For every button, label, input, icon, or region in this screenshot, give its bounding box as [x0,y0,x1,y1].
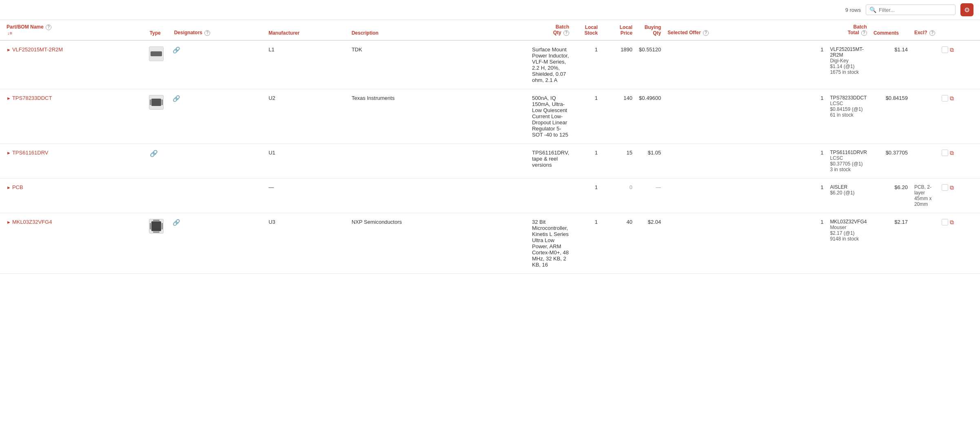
description-cell: 500nA, IQ 150mA, Ultra-Low Quiescent Cur… [529,89,572,143]
excl-checkbox[interactable] [942,150,948,156]
batch-qty-cell: 1 [572,40,601,89]
table-row: ► TPS61161DRV 🔗 U1 TPS61161DRV, tape & r… [0,143,980,178]
designator-icon-cell[interactable]: 🔗 [171,213,266,273]
type-thumbnail-cell [146,213,171,273]
comment-text: PCB, 2-layer 45mm x 20mm [914,184,932,207]
part-name-cell[interactable]: ► PCB [0,178,146,213]
offer-cell[interactable]: AISLER$6.20 (@1) [827,178,870,213]
part-name-link[interactable]: ► TPS78233DDCT [7,95,143,101]
external-link-icon[interactable]: ⧉ [950,150,954,157]
part-name-cell[interactable]: ► TPS61161DRV [0,143,146,178]
table-row: ► TPS78233DDCT 🔗 U2 Texas Instruments 50… [0,89,980,143]
batch-qty-cell: 1 [572,89,601,143]
filter-wrap: 🔍 [866,4,956,15]
external-link-icon[interactable]: ⧉ [950,184,954,191]
type-cell [146,178,171,213]
local-price-cell: $0.55120 [636,40,664,89]
part-name-link[interactable]: ► MKL03Z32VFG4 [7,219,143,225]
part-name-cell[interactable]: ► MKL03Z32VFG4 [0,213,146,273]
batch-total-cell: $0.37705 [870,143,911,178]
bom-table: Part/BOM Name ? ↓≡ Type Designators ? Ma… [0,20,980,274]
batch-total-cell: $0.84159 [870,89,911,143]
offer-price: $0.37705 (@1) [830,161,867,167]
settings-button[interactable]: ⚙ [960,3,973,16]
col-header-buying-qty: BuyingQty [636,20,664,40]
chevron-right-icon: ► [7,96,11,101]
local-stock-cell: 0 [601,178,636,213]
comments-cell [911,143,938,178]
comments-cell [911,89,938,143]
offer-vendor: LCSC [830,155,867,161]
designators-cell: U3 [265,213,348,273]
offer-cell[interactable]: TPS78233DDCTLCSC$0.84159 (@1)61 in stock [827,89,870,143]
offer-name: VLF252015MT-2R2M [830,46,867,58]
comments-cell: PCB, 2-layer 45mm x 20mm [911,178,938,213]
help-icon-part-name[interactable]: ? [46,24,51,30]
link-icon[interactable]: 🔗 [173,219,180,226]
buying-qty-cell: 1 [664,89,827,143]
part-name-link[interactable]: ► TPS61161DRV [7,150,143,156]
excl-checkbox[interactable] [942,95,948,101]
sort-icon-part-name[interactable]: ↓≡ [7,31,12,35]
part-name-link[interactable]: ► PCB [7,184,143,190]
excl-cell: ⧉ [938,40,980,89]
part-name-link[interactable]: ► VLF252015MT-2R2M [7,46,143,53]
link-icon[interactable]: 🔗 [173,95,180,102]
offer-name: AISLER [830,184,867,190]
designators-cell: U2 [265,89,348,143]
col-header-comments: Comments [870,20,911,40]
offer-cell[interactable]: MKL03Z32VFG4Mouser$2.17 (@1)9148 in stoc… [827,213,870,273]
designator-icon-cell[interactable]: 🔗 [171,40,266,89]
excl-checkbox[interactable] [942,219,948,225]
buying-qty-cell: 1 [664,40,827,89]
local-price-cell: — [636,178,664,213]
chevron-right-icon: ► [7,220,11,225]
table-row: ► MKL03Z32VFG4 🔗 U3 NXP Semiconductors 3… [0,213,980,273]
local-stock-cell: 1890 [601,40,636,89]
offer-cell[interactable]: VLF252015MT-2R2MDigi-Key$1.14 (@1)1675 i… [827,40,870,89]
excl-cell: ⧉ [938,89,980,143]
rows-count: 9 rows [845,7,861,13]
col-header-selected-offer: Selected Offer ? [664,20,827,40]
buying-qty-cell: 1 [664,178,827,213]
part-name-cell[interactable]: ► TPS78233DDCT [0,89,146,143]
excl-cell: ⧉ [938,213,980,273]
part-name-cell[interactable]: ► VLF252015MT-2R2M [0,40,146,89]
excl-cell: ⧉ [938,178,980,213]
manufacturer-cell: Texas Instruments [348,89,529,143]
external-link-icon[interactable]: ⧉ [950,219,954,226]
local-stock-cell: 15 [601,143,636,178]
external-link-icon[interactable]: ⧉ [950,46,954,53]
type-thumbnail-cell [146,40,171,89]
help-icon-batch-total[interactable]: ? [861,30,867,36]
manufacturer-cell [348,178,529,213]
description-cell: Surface Mount Power Inductor, VLF-M Seri… [529,40,572,89]
col-header-designators: Designators ? [171,20,266,40]
link-icon[interactable]: 🔗 [173,46,180,53]
local-price-cell: $0.49600 [636,89,664,143]
help-icon-selected-offer[interactable]: ? [703,30,709,36]
buying-qty-cell: 1 [664,213,827,273]
table-row: ► VLF252015MT-2R2M 🔗 L1 TDK Surface Moun… [0,40,980,89]
excl-checkbox[interactable] [942,46,948,53]
toolbar: 9 rows 🔍 ⚙ [0,0,980,20]
offer-price: $6.20 (@1) [830,190,867,196]
offer-cell[interactable]: TPS61161DRVRLCSC$0.37705 (@1)3 in stock [827,143,870,178]
part-name-text: TPS61161DRV [12,150,49,156]
designator-icon-cell[interactable]: 🔗 [171,89,266,143]
search-icon: 🔍 [869,7,876,13]
batch-total-cell: $1.14 [870,40,911,89]
designator-icon-cell [171,178,266,213]
help-icon-designators[interactable]: ? [204,30,210,36]
offer-stock: 61 in stock [830,112,867,118]
offer-stock: 1675 in stock [830,69,867,75]
designators-cell: L1 [265,40,348,89]
filter-input[interactable] [879,7,952,13]
help-icon-excl[interactable]: ? [929,30,935,36]
external-link-icon[interactable]: ⧉ [950,95,954,102]
local-stock-cell: 140 [601,89,636,143]
table-row: ► PCB — 1 0 — 1 AISLER$6.20 (@1) $6.20 P… [0,178,980,213]
help-icon-batch-qty[interactable]: ? [563,30,569,36]
excl-checkbox[interactable] [942,184,948,191]
designators-cell: — [265,178,348,213]
